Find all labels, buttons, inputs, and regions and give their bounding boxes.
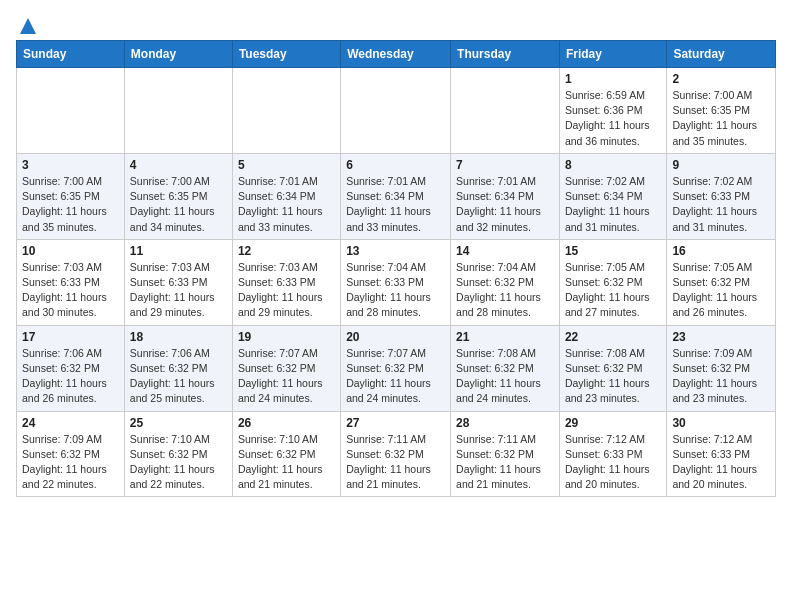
day-number: 1 — [565, 72, 661, 86]
calendar-cell — [232, 68, 340, 154]
day-info: Sunrise: 7:02 AM Sunset: 6:34 PM Dayligh… — [565, 174, 661, 235]
calendar-week-row: 1Sunrise: 6:59 AM Sunset: 6:36 PM Daylig… — [17, 68, 776, 154]
calendar-cell: 11Sunrise: 7:03 AM Sunset: 6:33 PM Dayli… — [124, 239, 232, 325]
calendar-cell: 23Sunrise: 7:09 AM Sunset: 6:32 PM Dayli… — [667, 325, 776, 411]
day-number: 18 — [130, 330, 227, 344]
day-number: 16 — [672, 244, 770, 258]
day-info: Sunrise: 7:07 AM Sunset: 6:32 PM Dayligh… — [346, 346, 445, 407]
day-number: 27 — [346, 416, 445, 430]
calendar-cell: 13Sunrise: 7:04 AM Sunset: 6:33 PM Dayli… — [341, 239, 451, 325]
calendar-cell: 5Sunrise: 7:01 AM Sunset: 6:34 PM Daylig… — [232, 153, 340, 239]
calendar-week-row: 24Sunrise: 7:09 AM Sunset: 6:32 PM Dayli… — [17, 411, 776, 497]
calendar-cell: 17Sunrise: 7:06 AM Sunset: 6:32 PM Dayli… — [17, 325, 125, 411]
calendar-cell: 8Sunrise: 7:02 AM Sunset: 6:34 PM Daylig… — [559, 153, 666, 239]
calendar-cell: 6Sunrise: 7:01 AM Sunset: 6:34 PM Daylig… — [341, 153, 451, 239]
logo-triangle-icon — [18, 16, 38, 36]
calendar-cell: 3Sunrise: 7:00 AM Sunset: 6:35 PM Daylig… — [17, 153, 125, 239]
day-info: Sunrise: 7:01 AM Sunset: 6:34 PM Dayligh… — [238, 174, 335, 235]
day-number: 10 — [22, 244, 119, 258]
calendar-cell: 20Sunrise: 7:07 AM Sunset: 6:32 PM Dayli… — [341, 325, 451, 411]
day-header-thursday: Thursday — [451, 41, 560, 68]
calendar-week-row: 3Sunrise: 7:00 AM Sunset: 6:35 PM Daylig… — [17, 153, 776, 239]
calendar-cell — [17, 68, 125, 154]
day-info: Sunrise: 7:09 AM Sunset: 6:32 PM Dayligh… — [672, 346, 770, 407]
day-number: 9 — [672, 158, 770, 172]
calendar-cell — [451, 68, 560, 154]
day-number: 21 — [456, 330, 554, 344]
page-header — [16, 16, 776, 32]
calendar-cell: 12Sunrise: 7:03 AM Sunset: 6:33 PM Dayli… — [232, 239, 340, 325]
day-info: Sunrise: 7:00 AM Sunset: 6:35 PM Dayligh… — [672, 88, 770, 149]
day-info: Sunrise: 7:08 AM Sunset: 6:32 PM Dayligh… — [456, 346, 554, 407]
day-info: Sunrise: 7:12 AM Sunset: 6:33 PM Dayligh… — [565, 432, 661, 493]
calendar-cell: 16Sunrise: 7:05 AM Sunset: 6:32 PM Dayli… — [667, 239, 776, 325]
day-number: 28 — [456, 416, 554, 430]
day-number: 3 — [22, 158, 119, 172]
calendar-cell: 15Sunrise: 7:05 AM Sunset: 6:32 PM Dayli… — [559, 239, 666, 325]
day-number: 14 — [456, 244, 554, 258]
logo — [16, 16, 40, 32]
day-info: Sunrise: 7:10 AM Sunset: 6:32 PM Dayligh… — [130, 432, 227, 493]
day-number: 30 — [672, 416, 770, 430]
day-info: Sunrise: 7:12 AM Sunset: 6:33 PM Dayligh… — [672, 432, 770, 493]
calendar-cell: 4Sunrise: 7:00 AM Sunset: 6:35 PM Daylig… — [124, 153, 232, 239]
calendar-cell: 9Sunrise: 7:02 AM Sunset: 6:33 PM Daylig… — [667, 153, 776, 239]
day-info: Sunrise: 7:01 AM Sunset: 6:34 PM Dayligh… — [346, 174, 445, 235]
calendar-cell — [341, 68, 451, 154]
day-number: 20 — [346, 330, 445, 344]
day-header-friday: Friday — [559, 41, 666, 68]
day-number: 11 — [130, 244, 227, 258]
day-info: Sunrise: 7:07 AM Sunset: 6:32 PM Dayligh… — [238, 346, 335, 407]
day-number: 7 — [456, 158, 554, 172]
day-number: 23 — [672, 330, 770, 344]
calendar-cell: 30Sunrise: 7:12 AM Sunset: 6:33 PM Dayli… — [667, 411, 776, 497]
calendar-header-row: SundayMondayTuesdayWednesdayThursdayFrid… — [17, 41, 776, 68]
day-info: Sunrise: 7:05 AM Sunset: 6:32 PM Dayligh… — [565, 260, 661, 321]
day-info: Sunrise: 7:02 AM Sunset: 6:33 PM Dayligh… — [672, 174, 770, 235]
calendar-cell: 10Sunrise: 7:03 AM Sunset: 6:33 PM Dayli… — [17, 239, 125, 325]
day-info: Sunrise: 7:11 AM Sunset: 6:32 PM Dayligh… — [346, 432, 445, 493]
svg-marker-0 — [20, 18, 36, 34]
calendar-cell: 14Sunrise: 7:04 AM Sunset: 6:32 PM Dayli… — [451, 239, 560, 325]
day-number: 19 — [238, 330, 335, 344]
calendar-cell: 1Sunrise: 6:59 AM Sunset: 6:36 PM Daylig… — [559, 68, 666, 154]
day-number: 24 — [22, 416, 119, 430]
day-info: Sunrise: 7:03 AM Sunset: 6:33 PM Dayligh… — [238, 260, 335, 321]
day-header-saturday: Saturday — [667, 41, 776, 68]
day-info: Sunrise: 6:59 AM Sunset: 6:36 PM Dayligh… — [565, 88, 661, 149]
day-info: Sunrise: 7:00 AM Sunset: 6:35 PM Dayligh… — [22, 174, 119, 235]
calendar-table: SundayMondayTuesdayWednesdayThursdayFrid… — [16, 40, 776, 497]
day-info: Sunrise: 7:04 AM Sunset: 6:32 PM Dayligh… — [456, 260, 554, 321]
day-info: Sunrise: 7:04 AM Sunset: 6:33 PM Dayligh… — [346, 260, 445, 321]
day-number: 15 — [565, 244, 661, 258]
day-number: 13 — [346, 244, 445, 258]
day-number: 8 — [565, 158, 661, 172]
day-number: 4 — [130, 158, 227, 172]
day-info: Sunrise: 7:03 AM Sunset: 6:33 PM Dayligh… — [22, 260, 119, 321]
calendar-week-row: 17Sunrise: 7:06 AM Sunset: 6:32 PM Dayli… — [17, 325, 776, 411]
calendar-cell: 29Sunrise: 7:12 AM Sunset: 6:33 PM Dayli… — [559, 411, 666, 497]
day-number: 12 — [238, 244, 335, 258]
calendar-cell: 26Sunrise: 7:10 AM Sunset: 6:32 PM Dayli… — [232, 411, 340, 497]
calendar-cell: 21Sunrise: 7:08 AM Sunset: 6:32 PM Dayli… — [451, 325, 560, 411]
day-info: Sunrise: 7:11 AM Sunset: 6:32 PM Dayligh… — [456, 432, 554, 493]
day-info: Sunrise: 7:06 AM Sunset: 6:32 PM Dayligh… — [130, 346, 227, 407]
calendar-cell: 24Sunrise: 7:09 AM Sunset: 6:32 PM Dayli… — [17, 411, 125, 497]
day-info: Sunrise: 7:03 AM Sunset: 6:33 PM Dayligh… — [130, 260, 227, 321]
day-info: Sunrise: 7:05 AM Sunset: 6:32 PM Dayligh… — [672, 260, 770, 321]
calendar-cell: 2Sunrise: 7:00 AM Sunset: 6:35 PM Daylig… — [667, 68, 776, 154]
calendar-cell — [124, 68, 232, 154]
day-number: 17 — [22, 330, 119, 344]
calendar-cell: 27Sunrise: 7:11 AM Sunset: 6:32 PM Dayli… — [341, 411, 451, 497]
day-header-monday: Monday — [124, 41, 232, 68]
day-number: 29 — [565, 416, 661, 430]
day-info: Sunrise: 7:10 AM Sunset: 6:32 PM Dayligh… — [238, 432, 335, 493]
day-info: Sunrise: 7:06 AM Sunset: 6:32 PM Dayligh… — [22, 346, 119, 407]
day-header-sunday: Sunday — [17, 41, 125, 68]
day-number: 22 — [565, 330, 661, 344]
calendar-cell: 18Sunrise: 7:06 AM Sunset: 6:32 PM Dayli… — [124, 325, 232, 411]
day-info: Sunrise: 7:01 AM Sunset: 6:34 PM Dayligh… — [456, 174, 554, 235]
calendar-cell: 25Sunrise: 7:10 AM Sunset: 6:32 PM Dayli… — [124, 411, 232, 497]
calendar-cell: 28Sunrise: 7:11 AM Sunset: 6:32 PM Dayli… — [451, 411, 560, 497]
day-number: 2 — [672, 72, 770, 86]
